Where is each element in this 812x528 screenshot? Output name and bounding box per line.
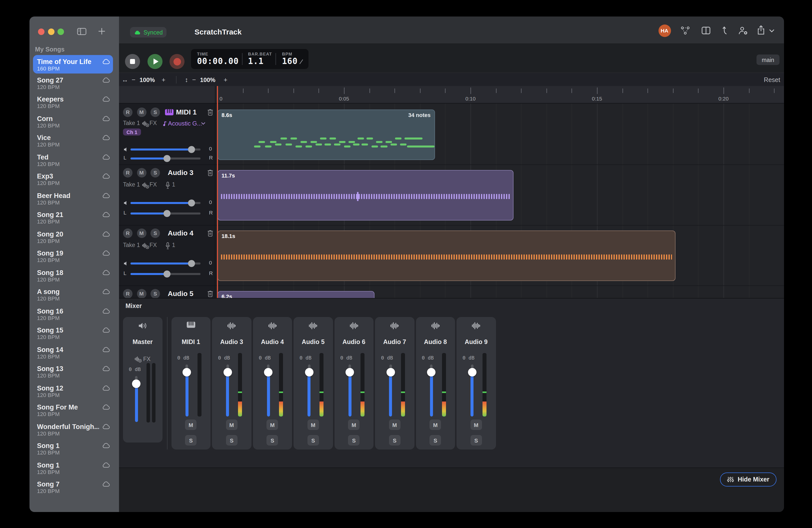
mixer-channel-midi-1[interactable]: MIDI 10 dBMS [171,317,211,450]
mute-button[interactable]: M [348,420,360,430]
fader-knob[interactable] [183,368,191,377]
clip-audio-5[interactable]: 6.2s [218,291,374,298]
fader-knob[interactable] [427,368,435,377]
mixer-channel-audio-5[interactable]: Audio 50 dBMS [293,317,333,450]
share-icon[interactable] [757,25,765,35]
song-list-item[interactable]: Time of Your Life160 BPM [33,55,113,73]
song-list-item[interactable]: Keepers120 BPM [33,94,113,114]
branch-badge[interactable]: main [756,55,780,65]
delete-track-icon[interactable] [207,169,214,176]
track-m-button[interactable]: M [137,228,146,238]
delete-track-icon[interactable] [207,108,214,116]
track-r-button[interactable]: R [123,289,132,298]
stop-button[interactable] [125,54,140,69]
collaboration-graph-icon[interactable] [681,26,690,35]
song-list-item[interactable]: Song 1120 BPM [33,460,113,479]
song-list-item[interactable]: Ted120 BPM [33,152,113,171]
h-zoom-in-button[interactable]: + [160,73,166,87]
clip-audio-3[interactable]: 11.7s [218,170,513,220]
h-zoom-out-button[interactable]: − [130,73,136,87]
bpm-value[interactable]: 160 [282,57,298,66]
solo-button[interactable]: S [470,435,482,445]
hide-mixer-button[interactable]: Hide Mixer [720,472,777,486]
song-list-item[interactable]: Song 12120 BPM [33,383,113,402]
mute-button[interactable]: M [226,420,237,430]
fader-knob[interactable] [386,368,395,377]
song-list-item[interactable]: Song 1120 BPM [33,441,113,460]
solo-button[interactable]: S [307,435,319,445]
mute-button[interactable]: M [267,420,278,430]
volume-slider-knob[interactable] [188,200,195,206]
fader-knob[interactable] [305,368,313,377]
track-m-button[interactable]: M [137,107,146,117]
fx-label[interactable]: FX [149,181,157,188]
solo-button[interactable]: S [267,435,278,445]
mixer-channel-audio-6[interactable]: Audio 60 dBMS [334,317,374,450]
fader-knob[interactable] [132,379,141,388]
song-list-item[interactable]: Song 13120 BPM [33,364,113,383]
track-name[interactable]: Audio 4 [168,229,193,237]
volume-slider-knob[interactable] [188,146,195,153]
clip-midi-1[interactable]: 8.6s34 notes [218,109,435,160]
song-list-item[interactable]: Wonderful Tonigh...120 BPM [33,422,113,441]
fx-icon[interactable] [142,242,149,249]
song-list-item[interactable]: Exp3120 BPM [33,172,113,191]
song-list-item[interactable]: Beer Head120 BPM [33,191,113,210]
song-list-item[interactable]: Song 19120 BPM [33,249,113,267]
clip-audio-4[interactable]: 18.1s [218,230,676,281]
track-r-button[interactable]: R [123,107,132,117]
v-zoom-out-button[interactable]: − [191,73,197,87]
volume-slider-knob[interactable] [188,260,195,267]
solo-button[interactable]: S [389,435,401,445]
track-name[interactable]: MIDI 1 [176,108,197,116]
song-list-item[interactable]: Song For Me120 BPM [33,402,113,422]
pan-slider-knob[interactable] [163,270,171,277]
mixer-channel-audio-3[interactable]: Audio 30 dBMS [212,317,251,450]
delete-track-icon[interactable] [207,290,214,297]
track-r-button[interactable]: R [123,228,132,238]
pan-slider-knob[interactable] [163,210,171,217]
take-label[interactable]: Take 1 [123,120,140,126]
automation-cursor-icon[interactable] [721,26,728,35]
chevron-down-icon[interactable] [769,29,774,33]
solo-button[interactable]: S [430,435,441,445]
solo-button[interactable]: S [348,435,360,445]
track-s-button[interactable]: S [150,168,160,177]
song-list-item[interactable]: Vice120 BPM [33,133,113,152]
play-button[interactable] [147,54,162,69]
pan-slider-knob[interactable] [163,155,171,162]
track-name[interactable]: Audio 5 [168,290,193,297]
playhead[interactable] [217,86,218,298]
song-list-item[interactable]: Song 7120 BPM [33,480,113,499]
song-list-item[interactable]: Song 21120 BPM [33,210,113,229]
take-label[interactable]: Take 1 [123,242,140,248]
track-r-button[interactable]: R [123,168,132,177]
timeline-lanes[interactable]: 8.6s34 notes11.7s18.1s6.2s [215,103,784,298]
song-list-item[interactable]: Song 16120 BPM [33,306,113,325]
instrument-select[interactable]: Acoustic G... [168,120,202,127]
track-m-button[interactable]: M [137,168,146,177]
fader-knob[interactable] [264,368,273,377]
mute-button[interactable]: M [307,420,319,430]
track-s-button[interactable]: S [150,228,160,238]
v-zoom-in-button[interactable]: + [222,73,229,87]
fx-icon[interactable] [142,181,149,189]
track-m-button[interactable]: M [137,289,146,298]
fx-label[interactable]: FX [149,242,157,248]
song-list-item[interactable]: Corn120 BPM [33,114,113,133]
mixer-channel-audio-4[interactable]: Audio 40 dBMS [253,317,292,450]
song-list-item[interactable]: Song 15120 BPM [33,325,113,344]
record-button[interactable] [170,54,185,69]
edit-bpm-icon[interactable] [299,59,304,64]
take-label[interactable]: Take 1 [123,181,140,188]
master-fx[interactable]: FX [135,355,150,363]
song-list-item[interactable]: Song 27120 BPM [33,75,113,94]
avatar[interactable]: HA [658,24,671,37]
song-list-item[interactable]: Song 18120 BPM [33,268,113,287]
mixer-channel-master[interactable]: MasterFX0 dB [123,317,162,442]
song-list-item[interactable]: A song120 BPM [33,287,113,306]
mute-button[interactable]: M [389,420,401,430]
mixer-channel-audio-9[interactable]: Audio 90 dBMS [456,317,496,450]
track-s-button[interactable]: S [150,289,160,298]
solo-button[interactable]: S [185,435,197,445]
